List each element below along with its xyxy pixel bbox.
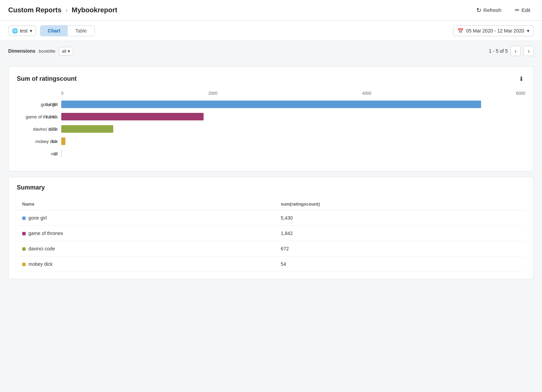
- axis-label-0: 0: [61, 91, 64, 96]
- env-selector[interactable]: test: [8, 26, 36, 36]
- bar-track: 5,430: [61, 101, 525, 108]
- next-page-button[interactable]: [524, 46, 534, 56]
- axis-label-4000: 4000: [362, 91, 372, 96]
- summary-name-cell: game of thrones: [17, 226, 275, 241]
- bar-row: null0: [61, 148, 525, 159]
- edit-button[interactable]: Edit: [512, 5, 534, 15]
- view-tab-group: Chart Table: [40, 25, 95, 36]
- filter-chevron-icon: [68, 49, 70, 54]
- color-dot: [22, 263, 26, 266]
- refresh-icon: [476, 6, 481, 14]
- date-range-picker[interactable]: 05 Mar 2020 - 12 Mar 2020: [453, 25, 534, 36]
- globe-icon: [12, 28, 18, 34]
- summary-row-value: 54: [275, 257, 525, 272]
- bar-label: null: [17, 151, 58, 156]
- calendar-icon: [457, 28, 463, 34]
- dimensions-bar: Dimensions booktitle all 1 - 5 of 5: [0, 41, 542, 61]
- bar-track: 672: [61, 125, 525, 133]
- bar-value: 672: [49, 127, 57, 132]
- tab-chart[interactable]: Chart: [40, 26, 68, 36]
- chart-axis-row: 0 2000 4000 6000: [17, 91, 525, 96]
- bar-fill: [61, 125, 113, 133]
- tab-table[interactable]: Table: [68, 26, 94, 36]
- bar-track: 54: [61, 138, 525, 145]
- table-row: mobey dick54: [17, 257, 525, 272]
- color-dot: [22, 217, 26, 220]
- dimension-filter-dropdown[interactable]: all: [59, 47, 73, 55]
- pagination: 1 - 5 of 5: [489, 46, 534, 56]
- summary-row-name: gone girl: [28, 215, 47, 221]
- color-dot: [22, 247, 26, 251]
- summary-card: Summary Name sum(ratingscount) gone girl…: [8, 177, 534, 279]
- bar-track: 1,842: [61, 113, 525, 120]
- download-icon: [519, 75, 524, 82]
- toolbar-left: test Chart Table: [8, 25, 95, 36]
- table-row: game of thrones1,842: [17, 226, 525, 241]
- chevron-left-icon: [515, 48, 517, 55]
- color-dot: [22, 232, 26, 235]
- summary-row-name: mobey dick: [28, 261, 53, 267]
- bar-value: 54: [52, 139, 56, 144]
- header-actions: Refresh Edit: [473, 4, 534, 16]
- axis-labels: 0 2000 4000 6000: [61, 91, 525, 96]
- chevron-down-icon: [30, 28, 32, 34]
- col-header-value: sum(ratingscount): [275, 198, 525, 210]
- summary-title: Summary: [17, 184, 45, 191]
- summary-name-cell: gone girl: [17, 210, 275, 226]
- chart-title: Sum of ratingscount: [17, 75, 77, 82]
- prev-page-button[interactable]: [511, 46, 521, 56]
- pagination-info: 1 - 5 of 5: [489, 48, 508, 54]
- breadcrumb: Custom Reports › Mybookreport: [8, 6, 117, 14]
- axis-label-6000: 6000: [516, 91, 525, 96]
- bar-chart: gone girl5,430game of thrones1,842davinc…: [17, 99, 525, 164]
- page-header: Custom Reports › Mybookreport Refresh Ed…: [0, 0, 542, 21]
- bar-value: 1,842: [46, 114, 57, 119]
- table-row: gone girl5,430: [17, 210, 525, 226]
- bar-track: 0: [61, 150, 525, 157]
- breadcrumb-separator: ›: [66, 6, 68, 14]
- axis-label-2000: 2000: [208, 91, 218, 96]
- summary-row-name: game of thrones: [28, 231, 63, 236]
- bar-fill: [61, 138, 65, 145]
- chart-card: Sum of ratingscount 0 2000 4000 6000 gon…: [8, 66, 534, 171]
- main-content: Sum of ratingscount 0 2000 4000 6000 gon…: [0, 61, 542, 285]
- bar-row: mobey dick54: [61, 136, 525, 146]
- refresh-button[interactable]: Refresh: [473, 4, 505, 16]
- bar-fill: [61, 150, 62, 157]
- download-button[interactable]: [517, 74, 525, 84]
- toolbar: test Chart Table 05 Mar 2020 - 12 Mar 20…: [0, 21, 542, 41]
- chevron-right-icon: [528, 48, 530, 55]
- summary-row-value: 672: [275, 241, 525, 257]
- summary-row-value: 5,430: [275, 210, 525, 226]
- bar-row: davinci code672: [61, 124, 525, 134]
- chart-card-header: Sum of ratingscount: [17, 74, 525, 84]
- breadcrumb-home[interactable]: Custom Reports: [8, 6, 62, 14]
- summary-row-value: 1,842: [275, 226, 525, 241]
- dimensions-left: Dimensions booktitle all: [8, 47, 73, 55]
- summary-table: Name sum(ratingscount) gone girl5,430gam…: [17, 198, 525, 272]
- summary-name-cell: davinci code: [17, 241, 275, 257]
- bar-row: gone girl5,430: [61, 99, 525, 109]
- bar-row: game of thrones1,842: [61, 112, 525, 122]
- edit-icon: [515, 7, 519, 13]
- bar-value: 0: [54, 151, 56, 156]
- bar-fill: [61, 113, 204, 120]
- summary-name-cell: mobey dick: [17, 257, 275, 272]
- dimensions-label: Dimensions: [8, 48, 35, 54]
- bar-value: 5,430: [46, 102, 57, 107]
- col-header-name: Name: [17, 198, 275, 210]
- bar-fill: [61, 101, 481, 108]
- table-row: davinci code672: [17, 241, 525, 257]
- date-chevron-icon: [527, 28, 529, 34]
- summary-row-name: davinci code: [28, 246, 55, 251]
- breadcrumb-current: Mybookreport: [72, 6, 117, 14]
- dimension-field: booktitle: [39, 49, 55, 54]
- summary-card-header: Summary: [17, 184, 525, 191]
